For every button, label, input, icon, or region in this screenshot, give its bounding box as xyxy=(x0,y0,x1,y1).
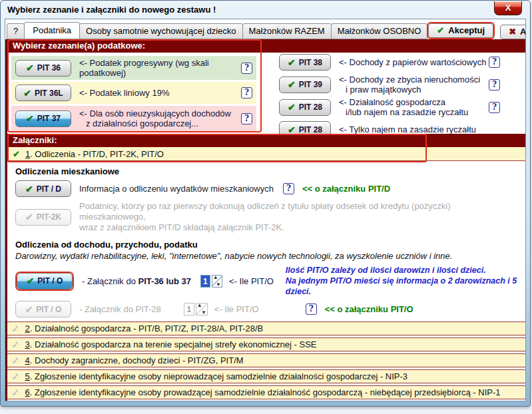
deductions-heading: Odliczenia od dochodu, przychodu, podatk… xyxy=(15,240,519,250)
declarations-right-column: ✔PIT 38 <- Dochody z papierów wartościow… xyxy=(279,53,519,142)
pit36l-button[interactable]: ✔PIT 36L xyxy=(15,85,71,101)
pito-note: Ilość PIT/O zależy od ilości darowizn i … xyxy=(286,265,519,297)
pit2k-desc: Podatnicy, którzy po raz pierwszy dokonu… xyxy=(79,201,519,233)
housing-heading: Odliczenia mieszkaniowe xyxy=(15,166,519,176)
pitd-button[interactable]: ✔PIT / D xyxy=(15,180,71,197)
check-icon: ✔ xyxy=(288,102,296,112)
declarations-section: Wybierz zeznanie(a) podatkowe: ✔PIT 36 <… xyxy=(7,39,525,132)
check-icon: ✓ xyxy=(11,387,20,399)
check-icon: ✔ xyxy=(288,79,296,90)
list-item-5[interactable]: ✓ 5. Zgłoszenie identyfikacyjne osoby ni… xyxy=(7,369,525,383)
pito-count-label: <- Ile PIT/O xyxy=(229,276,274,286)
pit38-desc: <- Dochody z papierów wartościowych xyxy=(339,57,486,67)
check-icon: ✓ xyxy=(11,323,20,335)
attachments-header: Załączniki: xyxy=(7,134,525,147)
list-item-text: 5. Zgłoszenie identyfikacyjne osoby niep… xyxy=(25,371,407,381)
accept-button-highlight: ✔Akceptuj xyxy=(427,22,495,39)
pit37-row: ✔PIT 37 <- Dla osób nieuzyskujących doch… xyxy=(11,106,256,131)
pito-link[interactable]: << o załączniku PIT/O xyxy=(325,304,413,314)
attachment-list: ✓ 2. Działalność gospodarcza - PIT/B, PI… xyxy=(7,321,525,401)
pit28-desc: <- Działalność gospodarczai/lub najem na… xyxy=(339,97,468,117)
pit37-label: PIT 37 xyxy=(37,114,61,123)
pit37-desc: <- Dla osób nieuzyskujących dochodówz dz… xyxy=(79,108,231,128)
deductions-subheading: Darowizny, wydatki rehabilitacyjne, leki… xyxy=(15,251,519,261)
pit36-row: ✔PIT 36 <- Podatek progresywny (wg skali… xyxy=(11,56,256,80)
up-arrow-icon: ▲ xyxy=(213,274,218,280)
pit39-button[interactable]: ✔PIT 39 xyxy=(279,77,331,93)
pit28-button[interactable]: ✔PIT 28 xyxy=(279,99,331,116)
details-section: Odliczenia mieszkaniowe ✔PIT / D Informa… xyxy=(7,161,525,317)
pit28-label: PIT 28 xyxy=(299,103,322,112)
check-icon: ✔ xyxy=(26,113,34,124)
check-icon: ✓ xyxy=(11,371,20,383)
attachment-row-odliczenia[interactable]: ✔ 1. Odliczenia - PIT/D, PIT-2K, PIT/O xyxy=(7,147,525,161)
pit28-ryczalt-row: ✔PIT 28 <- Działalność gospodarczai/lub … xyxy=(279,97,519,117)
tab-osoby-samotnie[interactable]: Osoby samotnie wychowującej dziecko xyxy=(79,23,242,39)
down-arrow-icon: ▼ xyxy=(201,310,206,315)
pito-pit28-attach-label: - Załącznik do PIT-28 xyxy=(79,304,161,314)
list-item-3[interactable]: ✓ 3. Działalność gospodarcza na terenie … xyxy=(7,337,525,351)
tab-malzonkow-razem[interactable]: Małżonków RAZEM xyxy=(242,23,332,39)
list-item-4[interactable]: ✓ 4. Dochody zagraniczne, dochody dzieci… xyxy=(7,353,525,367)
pito-pit28-button: ✔PIT / O xyxy=(15,301,71,317)
pit38-row: ✔PIT 38 <- Dochody z papierów wartościow… xyxy=(279,53,519,72)
pit39-desc: <- Dochody ze zbycia nieruchomościi praw… xyxy=(339,75,480,95)
check-icon: ✔ xyxy=(23,88,31,99)
title-bar[interactable]: Wybierz zeznanie i załączniki do nowego … xyxy=(5,1,526,19)
help-icon[interactable]: ? xyxy=(241,87,252,99)
dialog-content: Wybierz zeznanie(a) podatkowe: ✔PIT 36 <… xyxy=(5,39,525,401)
list-item-2[interactable]: ✓ 2. Działalność gospodarcza - PIT/B, PI… xyxy=(7,321,525,335)
pitd-link[interactable]: << o załączniku PIT/D xyxy=(302,184,390,194)
check-icon: ✔ xyxy=(437,25,444,35)
pit36-desc: <- Podatek progresywny (wg skali podatko… xyxy=(79,58,241,78)
pit36l-row: ✔PIT 36L <- Podatek liniowy 19% ? xyxy=(11,82,256,104)
list-item-text: 2. Działalność gospodarcza - PIT/B, PIT/… xyxy=(25,323,264,333)
dialog-window: Wybierz zeznanie i załączniki do nowego … xyxy=(0,0,531,407)
attachments-section: Załączniki: ✔ 1. Odliczenia - PIT/D, PIT… xyxy=(7,134,525,161)
down-arrow-icon: ▼ xyxy=(216,282,221,288)
tab-malzonkow-osobno[interactable]: Małżonków OSOBNO xyxy=(331,23,428,39)
pit36-label: PIT 36 xyxy=(37,63,61,73)
list-item-text: 3. Działalność gospodarcza na terenie sp… xyxy=(25,339,317,349)
list-item-text: 4. Dochody zagraniczne, dochody dzieci -… xyxy=(25,355,244,365)
tab-podatnika[interactable]: Podatnika xyxy=(24,22,80,39)
accept-button[interactable]: ✔Akceptuj xyxy=(428,23,493,38)
pito-attach-label: - Załącznik do PIT-36 lub 37 xyxy=(82,276,191,286)
help-icon[interactable]: ? xyxy=(489,57,500,68)
pit37-button[interactable]: ✔PIT 37 xyxy=(15,110,71,127)
check-icon: ✔ xyxy=(27,276,35,286)
cancel-label: Anuluj xyxy=(520,27,526,37)
help-icon[interactable]: ? xyxy=(306,304,317,315)
pit36l-label: PIT 36L xyxy=(35,89,63,98)
dialog-body: ? Podatnika Osoby samotnie wychowującej … xyxy=(5,19,526,401)
help-icon[interactable]: ? xyxy=(489,79,500,91)
pito-count-stepper[interactable]: ▲▼ xyxy=(212,275,222,288)
cancel-button[interactable]: ✖Anuluj xyxy=(500,25,526,39)
pito-disabled-row: ✔PIT / O - Załącznik do PIT-28 1 ▲▼ <- I… xyxy=(15,301,519,317)
pito-pit28-count-value: 1 xyxy=(184,303,194,315)
pit2k-row: ✔PIT-2K Podatnicy, którzy po raz pierwsz… xyxy=(15,201,519,233)
pit36l-desc: <- Podatek liniowy 19% xyxy=(79,88,170,98)
pit36-button[interactable]: ✔PIT 36 xyxy=(15,60,71,77)
help-icon[interactable]: ? xyxy=(241,113,252,124)
pito-button[interactable]: ✔PIT / O xyxy=(17,273,73,290)
tab-help[interactable]: ? xyxy=(7,23,25,39)
pito-count-value[interactable]: 1 xyxy=(200,275,210,288)
pito-pit28-label: PIT / O xyxy=(36,305,61,314)
pit39-label: PIT 39 xyxy=(299,80,322,89)
pitd-label: PIT / D xyxy=(37,184,61,194)
check-icon: ✔ xyxy=(13,149,20,159)
help-icon[interactable]: ? xyxy=(241,63,252,74)
check-icon: ✓ xyxy=(11,339,20,351)
help-icon[interactable]: ? xyxy=(283,183,294,194)
pitd-row: ✔PIT / D Informacja o odliczeniu wydatkó… xyxy=(15,180,519,197)
pit38-button[interactable]: ✔PIT 38 xyxy=(279,54,331,71)
list-item-6[interactable]: ✓ 6. Zgłoszenie identyfikacyjne osoby pr… xyxy=(7,385,525,399)
pito-pit28-count-label: <- Ile PIT/O xyxy=(214,304,259,314)
tab-strip: ? Podatnika Osoby samotnie wychowującej … xyxy=(5,19,525,39)
declarations-header: Wybierz zeznanie(a) podatkowe: xyxy=(7,39,525,53)
help-icon[interactable]: ? xyxy=(489,102,500,113)
pit28-najem-label: PIT 28 xyxy=(299,125,322,134)
check-icon: ✔ xyxy=(25,304,33,315)
close-button[interactable]: X xyxy=(494,1,522,15)
